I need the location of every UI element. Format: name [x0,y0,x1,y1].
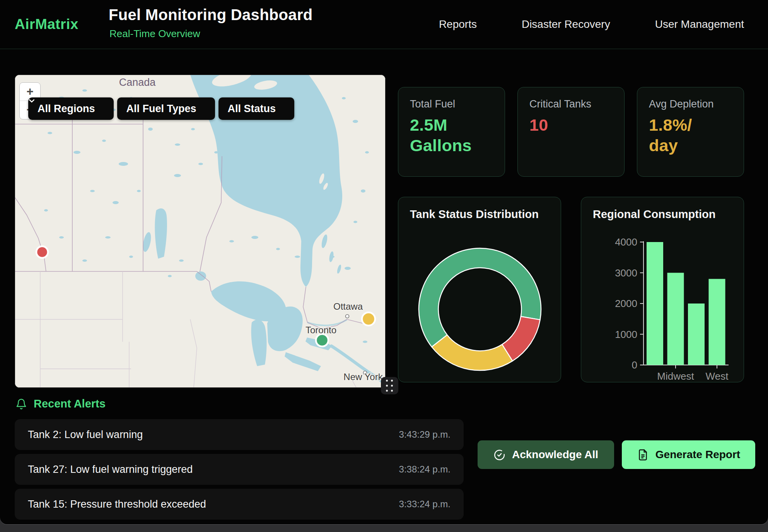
donut-segment-yellow [432,335,512,370]
y-tick-label: 3000 [615,267,637,279]
city-label: New York [343,372,383,382]
alert-timestamp: 3:43:29 p.m. [399,429,451,440]
alerts-list: Tank 2: Low fuel warning3:43:29 p.m.Tank… [15,419,464,523]
stat-card-avg-depletion: Avg Depletion1.8%/ day [637,87,744,177]
dashboard-window: AirMatrix Fuel Monitoring Dashboard Real… [0,0,768,524]
acknowledge-all-button[interactable]: Acknowledge All [478,440,614,469]
y-tick-label: 2000 [615,298,637,309]
nav-item-reports[interactable]: Reports [439,18,477,31]
stat-card-total-fuel: Total Fuel2.5M Gallons [398,87,505,177]
main-nav: ReportsDisaster RecoveryUser Management [439,0,744,49]
alert-timestamp: 3:38:24 p.m. [399,464,451,475]
filter-label: All Fuel Types [126,103,196,115]
alert-timestamp: 3:33:24 p.m. [399,499,451,510]
regional-consumption-bar-chart: 01000200030004000MidwestWest [581,197,744,382]
generate-report-button[interactable]: Generate Report [622,440,755,469]
y-tick-label: 1000 [615,329,637,340]
alerts-header: Recent Alerts [15,397,106,410]
filter-all-fuel-types[interactable]: All Fuel Types [117,97,215,120]
page-title: Fuel Monitoring Dashboard [109,6,312,24]
tank-status-card: Tank Status Distribution [398,197,561,382]
stat-value: 10 [529,115,613,135]
filter-label: All Status [228,103,276,115]
generate-report-label: Generate Report [655,448,740,461]
stat-label: Total Fuel [410,98,493,110]
header: AirMatrix Fuel Monitoring Dashboard Real… [0,0,768,49]
filter-all-regions[interactable]: All Regions [28,97,114,120]
regional-consumption-card: Regional Consumption 01000200030004000Mi… [581,197,744,382]
bar-2 [688,304,705,365]
alert-row: Tank 15: Pressure threshold exceeded3:33… [15,489,464,520]
tank-marker[interactable] [316,334,328,346]
app-logo: AirMatrix [15,16,79,32]
stat-card-critical-tanks: Critical Tanks10 [517,87,625,177]
tank-marker[interactable] [362,312,375,326]
stat-cards: Total Fuel2.5M GallonsCritical Tanks10Av… [398,87,744,177]
stat-label: Avg Depletion [649,98,732,110]
nav-item-disaster-recovery[interactable]: Disaster Recovery [522,18,610,31]
stat-label: Critical Tanks [529,98,613,110]
stat-value: 2.5M Gallons [410,115,493,156]
file-text-icon [637,449,649,461]
filter-all-status[interactable]: All Status [218,97,295,120]
bar-1 [667,273,684,365]
alert-text: Tank 2: Low fuel warning [28,429,143,441]
y-tick-label: 0 [632,359,637,371]
bar-3 [709,279,725,365]
tank-marker[interactable] [36,246,48,258]
alert-row: Tank 2: Low fuel warning3:43:29 p.m. [15,419,464,450]
alerts-section-title: Recent Alerts [34,397,106,410]
acknowledge-all-label: Acknowledge All [512,448,598,461]
charts-row: Tank Status Distribution Regional Consum… [398,197,744,382]
stat-value: 1.8%/ day [649,115,732,156]
map-filters: All RegionsAll Fuel TypesAll Status [28,97,294,120]
bar-0 [647,242,663,365]
x-tick-label: Midwest [657,370,694,382]
city-label: Ottawa [333,301,363,312]
city-dot [346,315,349,318]
fuel-map[interactable]: CanadaOttawaTorontoNew York + − All Regi… [15,75,386,388]
page-subtitle: Real-Time Overview [109,28,200,40]
filter-label: All Regions [38,103,95,115]
alert-text: Tank 27: Low fuel warning triggered [28,464,193,476]
map-canvas: CanadaOttawaTorontoNew York [15,75,385,387]
y-tick-label: 4000 [615,236,637,248]
tank-status-donut-chart [398,197,561,382]
check-circle-icon [493,449,505,461]
country-label: Canada [119,77,156,88]
alert-text: Tank 15: Pressure threshold exceeded [28,498,206,510]
resize-grip-icon[interactable] [381,377,398,394]
nav-item-user-management[interactable]: User Management [655,18,744,31]
x-tick-label: West [706,370,729,382]
chevron-down-icon [28,97,35,104]
alert-row: Tank 27: Low fuel warning triggered3:38:… [15,454,464,485]
bell-icon [15,398,27,410]
